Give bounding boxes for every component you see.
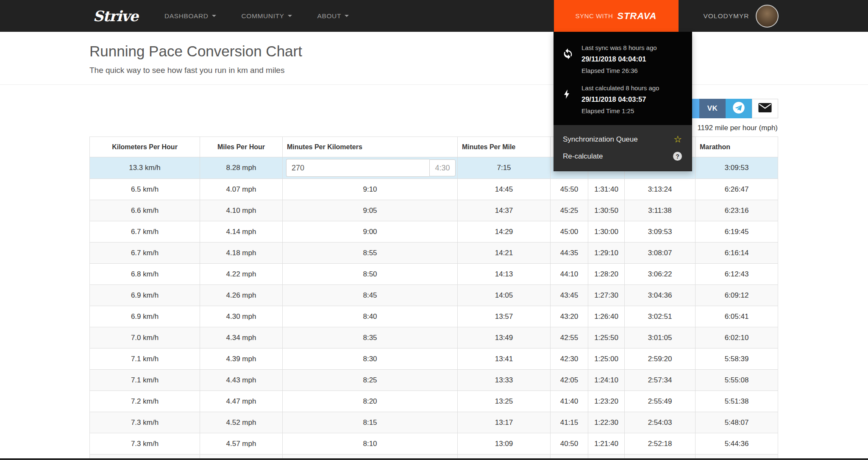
- kmh-cell: 7.3 km/h: [90, 433, 200, 454]
- half-marathon-cell: 3:09:53: [625, 221, 696, 243]
- pace-seconds-input[interactable]: [286, 159, 429, 177]
- 10km-cell: 1:27:30: [588, 285, 625, 306]
- half-marathon-cell: 3:13:24: [625, 179, 696, 200]
- kmh-cell: 7.1 km/h: [90, 370, 200, 391]
- kmh-cell: 6.7 km/h: [90, 243, 200, 264]
- marathon-cell: 5:55:08: [696, 370, 778, 391]
- min-per-km-cell: 9:10: [283, 179, 458, 200]
- col-header-kmh: Kilometers Per Hour: [90, 137, 200, 157]
- min-per-mile-cell: 14:37: [458, 200, 551, 221]
- 10km-cell: 1:22:30: [588, 412, 625, 433]
- sync-menu-section: Synchronization Queue ☆ Re-calculate ?: [554, 125, 692, 171]
- user-menu[interactable]: VOLODYMYR: [703, 0, 778, 32]
- min-per-mile-cell: 13:17: [458, 412, 551, 433]
- last-calculated-block: Last calculated 8 hours ago 29/11/2018 0…: [554, 82, 692, 117]
- half-marathon-cell: 3:01:05: [625, 327, 696, 348]
- half-marathon-cell: 2:59:20: [625, 348, 696, 370]
- 5km-cell: 41:15: [551, 412, 588, 433]
- kmh-cell: 13.3 km/h: [90, 157, 200, 179]
- mph-cell: 4.26 mph: [200, 285, 283, 306]
- 5km-cell: 45:25: [551, 200, 588, 221]
- 5km-cell: 45:50: [551, 179, 588, 200]
- pace-row: 7.1 km/h 4.39 mph 8:30 13:41 42:30 1:25:…: [90, 348, 778, 370]
- min-per-km-cell: 8:40: [283, 306, 458, 327]
- menu-item-label: Re-calculate: [563, 152, 603, 161]
- kmh-cell: 7.0 km/h: [90, 327, 200, 348]
- half-marathon-cell: 3:02:51: [625, 306, 696, 327]
- 10km-cell: 1:29:10: [588, 243, 625, 264]
- mph-cell: 4.22 mph: [200, 264, 283, 285]
- nav-item-dashboard[interactable]: DASHBOARD: [164, 12, 216, 20]
- nav-item-label: COMMUNITY: [242, 12, 284, 20]
- min-per-mile-cell: 14:29: [458, 221, 551, 243]
- marathon-cell: 6:12:43: [696, 264, 778, 285]
- page-title: Running Pace Conversion Chart: [89, 43, 302, 60]
- 10km-cell: 1:26:40: [588, 306, 625, 327]
- half-marathon-cell: 3:08:07: [625, 243, 696, 264]
- 10km-cell: 1:31:40: [588, 179, 625, 200]
- page-header: Running Pace Conversion Chart The quick …: [0, 32, 868, 85]
- pace-input-cell: 4:30: [283, 157, 458, 179]
- 10km-cell: 1:21:40: [588, 433, 625, 454]
- 10km-cell: 1:28:20: [588, 264, 625, 285]
- avatar[interactable]: [756, 5, 779, 28]
- pace-formatted-addon: 4:30: [429, 159, 456, 176]
- col-header-min-per-km: Minutes Per Kilometers: [283, 137, 458, 157]
- nav-item-label: DASHBOARD: [164, 12, 209, 20]
- menu-item-label: Synchronization Queue: [563, 135, 638, 144]
- mph-cell: 4.43 mph: [200, 370, 283, 391]
- half-marathon-cell: 3:06:22: [625, 264, 696, 285]
- 5km-cell: 45:00: [551, 221, 588, 243]
- kmh-cell: 7.1 km/h: [90, 348, 200, 370]
- marathon-cell: 3:09:53: [696, 157, 778, 179]
- mph-cell: 4.47 mph: [200, 391, 283, 412]
- kmh-cell: 6.7 km/h: [90, 221, 200, 243]
- mph-cell: 4.14 mph: [200, 221, 283, 243]
- telegram-share-button[interactable]: [726, 99, 752, 118]
- 5km-cell: 42:55: [551, 327, 588, 348]
- half-marathon-cell: 3:04:36: [625, 285, 696, 306]
- app-logo[interactable]: Strive: [93, 8, 138, 25]
- half-marathon-cell: 3:11:38: [625, 200, 696, 221]
- min-per-km-cell: 8:20: [283, 391, 458, 412]
- chevron-down-icon: [345, 15, 349, 17]
- last-sync-block: Last sync was 8 hours ago 29/11/2018 04:…: [554, 42, 692, 76]
- pace-row: 7.0 km/h 4.34 mph 8:35 13:49 42:55 1:25:…: [90, 327, 778, 348]
- min-per-mile-cell: 13:33: [458, 370, 551, 391]
- sync-with-strava-button[interactable]: SYNC WITH STRAVA: [554, 0, 679, 32]
- half-marathon-cell: 2:54:03: [625, 412, 696, 433]
- email-share-button[interactable]: [752, 99, 778, 118]
- marathon-cell: 6:26:47: [696, 179, 778, 200]
- menu-item-synchronization-queue[interactable]: Synchronization Queue ☆: [554, 131, 692, 148]
- mph-cell: 4.39 mph: [200, 348, 283, 370]
- 5km-cell: 43:45: [551, 285, 588, 306]
- 5km-cell: 42:30: [551, 348, 588, 370]
- menu-item-recalculate[interactable]: Re-calculate ?: [554, 148, 692, 164]
- kmh-cell: 7.2 km/h: [90, 391, 200, 412]
- min-per-km-cell: 8:15: [283, 412, 458, 433]
- chevron-down-icon: [288, 15, 292, 17]
- kmh-cell: 6.5 km/h: [90, 179, 200, 200]
- mph-cell: 4.30 mph: [200, 306, 283, 327]
- vk-icon: VK: [707, 104, 718, 113]
- nav-item-community[interactable]: COMMUNITY: [242, 12, 292, 20]
- pace-row: 6.7 km/h 4.14 mph 9:00 14:29 45:00 1:30:…: [90, 221, 778, 243]
- pace-input-group: 4:30: [283, 157, 457, 178]
- mph-cell: 4.10 mph: [200, 200, 283, 221]
- last-sync-lines: Last sync was 8 hours ago 29/11/2018 04:…: [581, 42, 684, 76]
- marathon-cell: 6:16:14: [696, 243, 778, 264]
- last-sync-text: Last sync was 8 hours ago: [581, 42, 684, 53]
- pace-row: 6.5 km/h 4.07 mph 9:10 14:45 45:50 1:31:…: [90, 179, 778, 200]
- conversion-note: 1192 mile per hour (mph): [697, 124, 778, 132]
- 5km-cell: 42:05: [551, 370, 588, 391]
- mph-cell: 8.28 mph: [200, 157, 283, 179]
- vk-share-button[interactable]: VK: [699, 99, 726, 118]
- sync-button-wrap: SYNC WITH STRAVA: [554, 0, 679, 32]
- last-calculated-text: Last calculated 8 hours ago: [581, 82, 684, 94]
- col-header-marathon: Marathon: [696, 137, 778, 157]
- sync-dropdown-panel: Last sync was 8 hours ago 29/11/2018 04:…: [554, 32, 692, 171]
- 10km-cell: 1:24:10: [588, 370, 625, 391]
- 5km-cell: 40:50: [551, 433, 588, 454]
- nav-item-about[interactable]: ABOUT: [317, 12, 349, 20]
- marathon-cell: 5:58:39: [696, 348, 778, 370]
